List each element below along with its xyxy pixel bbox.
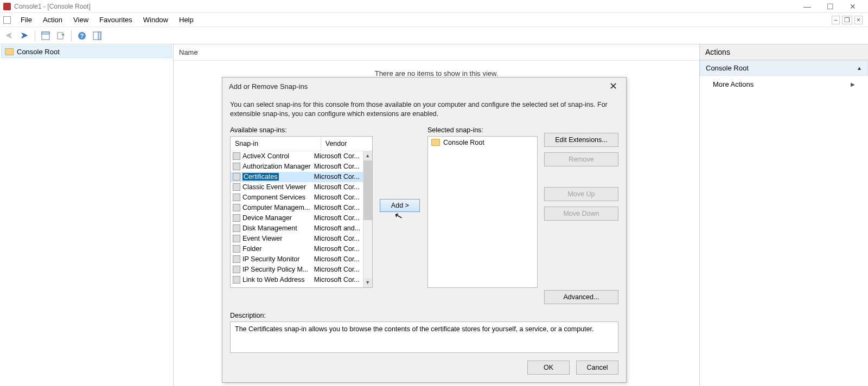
snapin-icon — [233, 194, 240, 201]
snapin-vendor: Microsoft Cor... — [312, 235, 363, 242]
snapin-row[interactable]: Classic Event ViewerMicrosoft Cor... — [231, 182, 363, 192]
tree-icon — [41, 31, 50, 40]
menu-window[interactable]: Window — [138, 15, 174, 25]
snapin-icon — [233, 235, 240, 242]
snapin-icon — [233, 245, 240, 253]
minimize-button[interactable]: — — [800, 2, 815, 11]
actions-root-label: Console Root — [706, 64, 749, 72]
dialog-close-button[interactable]: ✕ — [607, 80, 620, 92]
description-label: Description: — [230, 312, 618, 319]
folder-icon — [5, 48, 14, 55]
maximize-button[interactable]: ☐ — [822, 2, 838, 11]
column-header-vendor[interactable]: Vendor — [321, 137, 372, 151]
description-text: The Certificates snap-in allows you to b… — [235, 325, 593, 333]
snapin-row[interactable]: IP Security MonitorMicrosoft Cor... — [231, 254, 363, 265]
snapin-row[interactable]: Computer Managem...Microsoft Cor... — [231, 203, 363, 213]
snapin-row[interactable]: Authorization ManagerMicrosoft Cor... — [231, 162, 363, 172]
menu-favourites[interactable]: Favourites — [94, 15, 138, 25]
snapin-row[interactable]: CertificatesMicrosoft Cor... — [231, 172, 363, 182]
snapin-name: Link to Web Address — [242, 276, 312, 284]
help-icon: ? — [78, 31, 86, 40]
available-snapins-list[interactable]: Snap-in Vendor ActiveX ControlMicrosoft … — [230, 136, 373, 288]
ok-button[interactable]: OK — [527, 361, 570, 375]
snapin-name: Event Viewer — [242, 235, 312, 242]
column-name-label: Name — [179, 48, 198, 56]
selected-snapins-list[interactable]: Console Root — [427, 136, 538, 288]
pane-icon — [93, 31, 101, 40]
snapin-name: Certificates — [242, 173, 279, 181]
snapin-name: Folder — [242, 245, 312, 253]
toolbar: ⮜ ⮞ ? — [0, 27, 868, 44]
move-up-button[interactable]: Move Up — [544, 187, 618, 201]
close-window-button[interactable]: ✕ — [845, 2, 860, 11]
show-hide-action-pane-button[interactable] — [90, 29, 104, 42]
document-icon — [3, 16, 11, 24]
actions-header: Actions — [700, 44, 868, 60]
selected-label: Selected snap-ins: — [427, 126, 538, 134]
snapin-icon — [233, 152, 240, 160]
mdi-restore-button[interactable]: ❐ — [842, 16, 852, 24]
menu-file[interactable]: File — [15, 15, 37, 25]
snapin-row[interactable]: Device ManagerMicrosoft Cor... — [231, 213, 363, 223]
tree-node-label: Console Root — [17, 48, 60, 56]
add-remove-snapins-dialog: Add or Remove Snap-ins ✕ You can select … — [222, 77, 627, 383]
window-title: Console1 - [Console Root] — [14, 3, 91, 10]
help-button[interactable]: ? — [75, 29, 89, 42]
actions-root-node[interactable]: Console Root ▲ — [700, 60, 868, 76]
snapin-vendor: Microsoft Cor... — [312, 276, 363, 284]
snapin-name: Classic Event Viewer — [242, 183, 312, 191]
mdi-minimize-button[interactable]: – — [832, 16, 840, 24]
snapin-vendor: Microsoft Cor... — [312, 245, 363, 253]
scroll-up-button[interactable]: ▲ — [363, 151, 372, 160]
edit-extensions-button[interactable]: Edit Extensions... — [544, 133, 618, 147]
mdi-close-button[interactable]: × — [854, 16, 863, 24]
snapin-icon — [233, 266, 240, 273]
export-list-button[interactable] — [54, 29, 68, 42]
add-button[interactable]: Add > — [380, 199, 420, 212]
menu-action[interactable]: Action — [37, 15, 68, 25]
snapin-name: ActiveX Control — [242, 152, 312, 160]
snapin-icon — [233, 163, 240, 170]
remove-button[interactable]: Remove — [544, 152, 618, 166]
actions-pane: Actions Console Root ▲ More Actions ▶ — [700, 44, 868, 386]
snapin-vendor: Microsoft Cor... — [312, 204, 363, 211]
available-scrollbar[interactable]: ▲ ▼ — [363, 151, 372, 287]
snapin-icon — [233, 183, 240, 191]
snapin-name: IP Security Monitor — [242, 255, 312, 263]
snapin-name: Computer Managem... — [242, 204, 312, 211]
snapin-row[interactable]: Event ViewerMicrosoft Cor... — [231, 234, 363, 244]
scroll-down-button[interactable]: ▼ — [363, 278, 372, 287]
snapin-icon — [233, 255, 240, 263]
tree-node-console-root[interactable]: Console Root — [1, 46, 172, 58]
separator — [35, 30, 35, 41]
forward-button[interactable]: ⮞ — [17, 29, 31, 42]
snapin-row[interactable]: Component ServicesMicrosoft Cor... — [231, 192, 363, 203]
dialog-title: Add or Remove Snap-ins — [229, 82, 308, 91]
show-hide-tree-button[interactable] — [39, 29, 53, 42]
column-header-snapin[interactable]: Snap-in — [231, 137, 321, 151]
back-button[interactable]: ⮜ — [2, 29, 16, 42]
actions-more-actions[interactable]: More Actions ▶ — [700, 76, 868, 93]
selected-item-console-root[interactable]: Console Root — [429, 138, 536, 147]
cancel-button[interactable]: Cancel — [576, 361, 618, 375]
advanced-button[interactable]: Advanced... — [544, 290, 618, 304]
folder-icon — [431, 139, 440, 146]
snapin-row[interactable]: FolderMicrosoft Cor... — [231, 244, 363, 254]
snapin-vendor: Microsoft Cor... — [312, 214, 363, 222]
snapin-row[interactable]: Disk ManagementMicrosoft and... — [231, 223, 363, 234]
snapin-row[interactable]: ActiveX ControlMicrosoft Cor... — [231, 151, 363, 162]
menu-help[interactable]: Help — [174, 15, 199, 25]
scroll-track[interactable] — [363, 220, 372, 278]
snapin-vendor: Microsoft and... — [312, 224, 363, 232]
snapin-vendor: Microsoft Cor... — [312, 183, 363, 191]
snapin-row[interactable]: IP Security Policy M...Microsoft Cor... — [231, 265, 363, 275]
snapin-icon — [233, 204, 240, 211]
dialog-title-bar[interactable]: Add or Remove Snap-ins ✕ — [222, 78, 626, 95]
snapin-row[interactable]: Link to Web AddressMicrosoft Cor... — [231, 275, 363, 285]
move-down-button[interactable]: Move Down — [544, 207, 618, 221]
content-column-header[interactable]: Name — [174, 44, 699, 61]
snapin-vendor: Microsoft Cor... — [312, 152, 363, 160]
scroll-thumb[interactable] — [363, 160, 372, 220]
submenu-arrow-icon: ▶ — [851, 81, 855, 87]
menu-view[interactable]: View — [68, 15, 94, 25]
